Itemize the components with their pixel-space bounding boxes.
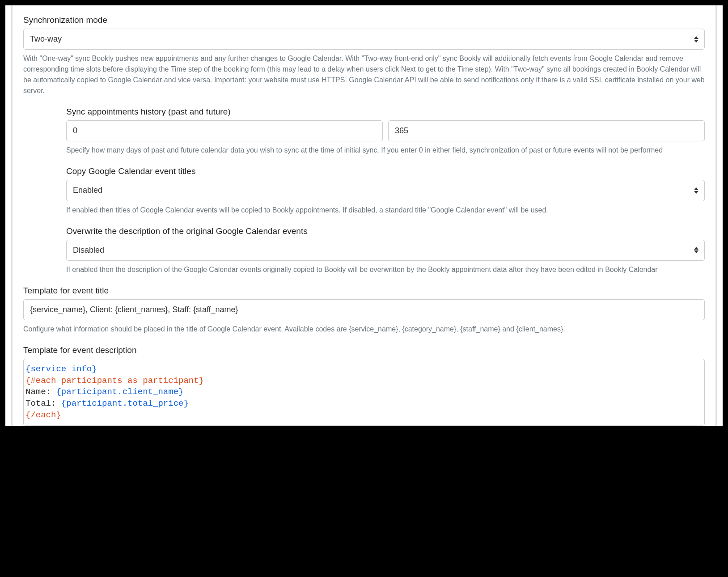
template-title-help: Configure what information should be pla… [23,324,705,335]
code-token: {#each participants as participant} [25,376,204,386]
history-inputs-row [66,120,705,141]
sync-mode-section: Synchronization mode Two-way With "One-w… [23,15,705,96]
overwrite-desc-label: Overwrite the description of the origina… [66,226,705,236]
code-token: {participant.total_price} [61,399,189,408]
overwrite-desc-section: Overwrite the description of the origina… [66,226,705,275]
code-token: {service_info} [25,364,97,374]
template-title-section: Template for event title Configure what … [23,286,705,335]
template-desc-section: Template for event description {service_… [23,345,705,426]
template-desc-label: Template for event description [23,345,705,355]
code-token: {/each} [25,410,61,420]
template-title-input[interactable] [23,299,705,320]
settings-form: Synchronization mode Two-way With "One-w… [5,5,723,426]
history-help: Specify how many days of past and future… [66,145,705,156]
sync-mode-select[interactable]: Two-way [23,29,705,50]
code-token: {participant.client_name} [56,387,183,397]
copy-titles-label: Copy Google Calendar event titles [66,166,705,176]
sync-mode-label: Synchronization mode [23,15,705,25]
copy-titles-select[interactable]: Enabled [66,180,705,201]
history-past-input[interactable] [66,120,383,141]
history-label: Sync appointments history (past and futu… [66,107,705,117]
overwrite-desc-select-wrap: Disabled [66,240,705,261]
code-token: Name: [25,387,56,397]
sync-mode-help: With "One-way" sync Bookly pushes new ap… [23,53,705,96]
template-title-label: Template for event title [23,286,705,296]
copy-titles-section: Copy Google Calendar event titles Enable… [66,166,705,215]
sync-mode-select-wrap: Two-way [23,29,705,50]
copy-titles-select-wrap: Enabled [66,180,705,201]
overwrite-desc-help: If enabled then the description of the G… [66,264,705,275]
two-way-options: Sync appointments history (past and futu… [45,107,705,275]
history-section: Sync appointments history (past and futu… [66,107,705,156]
overwrite-desc-select[interactable]: Disabled [66,240,705,261]
code-token: Total: [25,399,61,408]
copy-titles-help: If enabled then titles of Google Calenda… [66,205,705,216]
history-future-input[interactable] [388,120,705,141]
template-desc-editor[interactable]: {service_info} {#each participants as pa… [23,359,705,426]
